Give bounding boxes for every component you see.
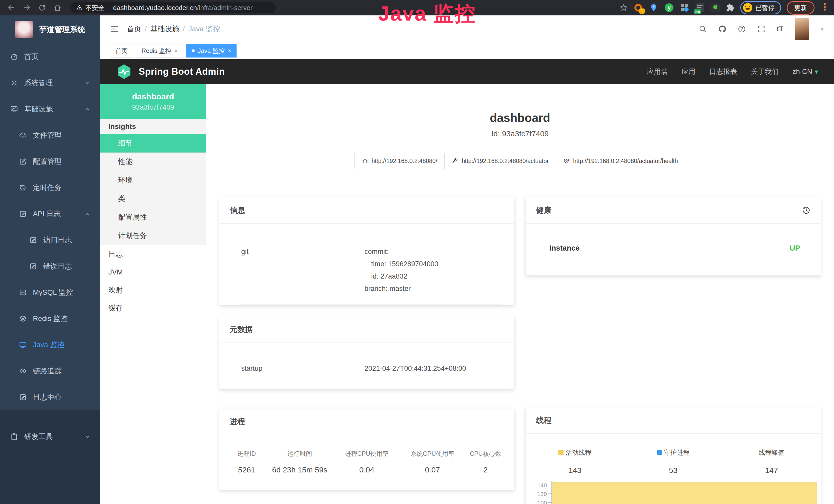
sidebar-item-files[interactable]: 文件管理: [0, 122, 100, 148]
security-label[interactable]: 不安全: [85, 4, 105, 12]
sidebar-item-devtools[interactable]: 研发工具: [0, 423, 100, 450]
close-icon[interactable]: ×: [228, 47, 231, 54]
sidebar-item-config[interactable]: 配置管理: [0, 148, 100, 175]
update-button[interactable]: 更新: [787, 1, 814, 15]
chevron-up-icon: [84, 210, 91, 217]
browser-menu-icon[interactable]: ⋮: [820, 2, 829, 13]
sidebar-item-label: 研发工具: [24, 432, 53, 442]
sba-item-jvm[interactable]: JVM: [100, 263, 206, 281]
tag-redis[interactable]: Redis 监控 ×: [136, 44, 183, 58]
sba-item-metrics[interactable]: 性能: [100, 153, 206, 171]
sidebar-item-tracing[interactable]: 链路追踪: [0, 358, 100, 384]
sba-instance-block[interactable]: dashboard 93a3fc7f7409: [100, 84, 206, 119]
tag-java[interactable]: Java 监控 ×: [186, 44, 237, 58]
sba-item-scheduled-tasks[interactable]: 计划任务: [100, 226, 206, 245]
service-url-link[interactable]: http://192.168.0.2:48080/: [354, 153, 445, 169]
extension-grid-icon[interactable]: [680, 3, 689, 13]
tag-home[interactable]: 首页: [110, 44, 133, 58]
sba-header: Spring Boot Admin 应用墙 应用 日志报表 关于我们 zh-CN…: [100, 59, 834, 84]
sba-nav-journal[interactable]: 日志报表: [709, 67, 737, 76]
url-domain: dashboard.yudao.iocoder.cn: [113, 4, 197, 12]
sidebar-item-log-center[interactable]: 日志中心: [0, 384, 100, 410]
breadcrumb-infra[interactable]: 基础设施: [151, 24, 179, 34]
extension-on-icon[interactable]: on: [695, 3, 705, 13]
sba-item-configprops[interactable]: 配置属性: [100, 208, 206, 226]
emoji-avatar: [743, 3, 752, 12]
sidebar-item-label: Java 监控: [33, 340, 64, 350]
sba-item-mappings[interactable]: 映射: [100, 281, 206, 299]
app-sidebar: 芋道管理系统 首页 系统管理 基础设施 文件管理 配置管理 定时任务: [0, 16, 100, 504]
bookmark-star-icon[interactable]: [619, 4, 628, 12]
actuator-url: http://192.168.0.2:48080/actuator: [462, 158, 549, 165]
sba-nav-wallboard[interactable]: 应用墙: [647, 67, 667, 76]
user-menu-caret-icon[interactable]: ▾: [820, 25, 824, 33]
user-avatar[interactable]: [795, 18, 809, 40]
paused-profile-chip[interactable]: 已暂停: [740, 1, 781, 15]
process-value: 6d 23h 15m 59s: [266, 465, 333, 474]
sidebar-item-home[interactable]: 首页: [0, 44, 100, 70]
health-instance-label: Instance: [549, 244, 580, 252]
sidebar-item-system[interactable]: 系统管理: [0, 70, 100, 96]
breadcrumb-separator: /: [145, 25, 147, 33]
close-icon[interactable]: ×: [174, 47, 178, 54]
sba-item-environment[interactable]: 环境: [100, 171, 206, 189]
extensions-puzzle-icon[interactable]: [726, 3, 734, 12]
process-header: CPU核心数: [465, 450, 506, 458]
sba-item-classes[interactable]: 类: [100, 189, 206, 208]
forward-icon[interactable]: [23, 4, 31, 12]
sba-item-details[interactable]: 细节: [100, 134, 206, 153]
extension-y-icon[interactable]: y: [664, 3, 674, 13]
y-tick-label: 120: [530, 491, 547, 498]
legend-daemon-threads[interactable]: 守护进程: [657, 448, 690, 457]
home-icon[interactable]: [53, 4, 62, 12]
sidebar-item-access-log[interactable]: 访问日志: [0, 227, 100, 253]
sba-locale-select[interactable]: zh-CN ▾: [792, 68, 818, 76]
hamburger-icon[interactable]: [110, 25, 119, 33]
sba-brand-title[interactable]: Spring Boot Admin: [139, 66, 225, 77]
reload-icon[interactable]: [38, 4, 46, 12]
github-icon[interactable]: [718, 25, 726, 33]
actuator-url-link[interactable]: http://192.168.0.2:48080/actuator: [444, 153, 556, 169]
spring-boot-admin-logo-icon[interactable]: [116, 64, 132, 79]
help-icon[interactable]: [738, 25, 746, 33]
search-icon[interactable]: [699, 25, 707, 33]
history-icon[interactable]: [802, 206, 810, 215]
sba-nav-applications[interactable]: 应用: [681, 67, 695, 76]
sidebar-item-error-log[interactable]: 错误日志: [0, 253, 100, 279]
app-logo-row[interactable]: 芋道管理系统: [0, 16, 100, 44]
tags-view-bar: 首页 Redis 监控 × Java 监控 ×: [100, 43, 834, 59]
sba-item-logs[interactable]: 日志: [100, 245, 206, 263]
sba-item-caches[interactable]: 缓存: [100, 299, 206, 317]
tag-label: Java 监控: [198, 47, 225, 55]
back-icon[interactable]: [7, 4, 16, 12]
breadcrumb-home[interactable]: 首页: [127, 24, 141, 34]
sidebar-item-label: 访问日志: [43, 235, 72, 245]
legend-peak-threads: 线程峰值: [759, 448, 785, 457]
monitor-chart-icon: [10, 105, 18, 113]
sidebar-item-api-log[interactable]: API 日志: [0, 201, 100, 227]
annotation-java-monitor: Java 监控: [378, 0, 476, 28]
sidebar-item-mysql[interactable]: MySQL 监控: [0, 279, 100, 305]
sba-instance-id: 93a3fc7f7409: [132, 104, 174, 111]
chevron-down-icon: [84, 79, 91, 86]
page-subtitle: Id: 93a3fc7f7409: [206, 130, 834, 138]
sidebar-item-label: 日志中心: [33, 392, 62, 402]
extension-pin-icon[interactable]: [649, 3, 659, 13]
edit-icon: [19, 158, 27, 165]
sidebar-item-infra[interactable]: 基础设施: [0, 96, 100, 122]
extension-leaf-icon[interactable]: [710, 3, 720, 13]
fullscreen-icon[interactable]: [757, 25, 765, 33]
legend-live-threads[interactable]: 活动线程: [558, 448, 591, 457]
y-tick-label: 140: [530, 482, 547, 489]
font-size-icon[interactable]: tT: [777, 25, 784, 33]
sidebar-item-redis[interactable]: Redis 监控: [0, 305, 100, 332]
extension-orange-icon[interactable]: 1: [633, 3, 643, 13]
health-url-link[interactable]: http://192.168.0.2:48080/actuator/health: [556, 153, 685, 169]
chevron-down-icon: ▾: [815, 68, 818, 76]
sba-main: dashboard Id: 93a3fc7f7409 http://192.16…: [206, 84, 834, 504]
sba-nav-about[interactable]: 关于我们: [751, 67, 778, 76]
address-bar[interactable]: 不安全 dashboard.yudao.iocoder.cn /infra/ad…: [70, 2, 276, 13]
edit-doc-icon: [29, 262, 37, 270]
sidebar-item-jobs[interactable]: 定时任务: [0, 175, 100, 201]
sidebar-item-java[interactable]: Java 监控: [0, 332, 100, 358]
